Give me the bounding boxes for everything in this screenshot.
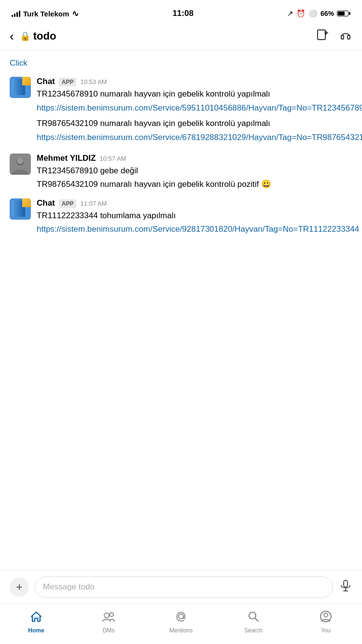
input-area: + Message todo: [0, 570, 362, 603]
header-right: [316, 28, 352, 44]
nav-label-you: You: [321, 627, 331, 634]
search-icon: [247, 610, 260, 625]
alarm-icon: ⏰: [296, 9, 306, 18]
timestamp-1: 10:53 AM: [80, 78, 107, 85]
headphones-button[interactable]: [339, 28, 352, 44]
battery-percent: 66%: [320, 10, 334, 17]
svg-point-20: [110, 613, 113, 616]
avatar-chat-app-1: [10, 77, 31, 98]
chat-content: Click Chat APP 10:53 AM: [0, 51, 362, 248]
dms-icon: [102, 610, 115, 625]
svg-line-23: [255, 618, 259, 621]
message-text-1b: TR98765432109 numaralı hayvan için gebel…: [37, 118, 362, 130]
svg-point-11: [17, 157, 24, 164]
timestamp-3: 11:07 AM: [80, 200, 107, 207]
nav-item-home[interactable]: Home: [0, 610, 72, 634]
svg-rect-16: [344, 580, 348, 587]
channel-name: todo: [33, 30, 56, 42]
message-body-1: Chat APP 10:53 AM TR12345678910 numaralı…: [37, 77, 362, 148]
message-row-2: Mehmet YILDIZ 10:57 AM TR12345678910 geb…: [0, 151, 362, 196]
nav-label-mentions: Mentions: [169, 627, 193, 634]
add-attachment-button[interactable]: +: [10, 577, 29, 597]
message-header-3: Chat APP 11:07 AM: [37, 198, 359, 208]
signal-bars: [12, 10, 20, 17]
svg-point-19: [104, 613, 109, 618]
channel-title: 🔒 todo: [20, 30, 56, 42]
timestamp-2: 10:57 AM: [99, 155, 126, 162]
message-text-1a: TR12345678910 numaralı hayvan için gebel…: [37, 88, 362, 100]
click-link[interactable]: Click: [10, 58, 28, 68]
svg-rect-7: [12, 79, 25, 95]
nav-label-search: Search: [244, 627, 263, 634]
nav-item-mentions[interactable]: Mentions: [145, 610, 217, 634]
message-row-3: Chat APP 11:07 AM TR11122233344 tohumlam…: [0, 196, 362, 242]
sender-name-2: Mehmet YILDIZ: [37, 154, 96, 163]
svg-rect-0: [318, 30, 325, 40]
header: ‹ 🔒 todo: [0, 24, 362, 51]
home-icon: [29, 610, 43, 625]
app-badge-3: APP: [59, 199, 77, 208]
svg-point-25: [324, 613, 328, 617]
headphones-status-icon: ⚪: [308, 9, 318, 18]
message-input[interactable]: Message todo: [35, 576, 333, 598]
message-link-1a[interactable]: https://sistem.benimsurum.com/Service/59…: [37, 102, 362, 114]
message-text-2a: TR12345678910 gebe değil: [37, 165, 352, 177]
battery-icon: [337, 11, 350, 16]
location-icon: ↗: [287, 9, 293, 18]
header-left: ‹ 🔒 todo: [10, 29, 56, 44]
add-channel-button[interactable]: [316, 28, 329, 44]
message-header-2: Mehmet YILDIZ 10:57 AM: [37, 154, 352, 163]
you-icon: [319, 610, 333, 625]
app-badge-1: APP: [59, 78, 77, 86]
mentions-icon: [174, 610, 188, 625]
nav-label-dms: DMs: [103, 627, 115, 634]
message-body-2: Mehmet YILDIZ 10:57 AM TR12345678910 geb…: [37, 154, 352, 193]
message-text-3a: TR11122233344 tohumlama yapılmalı: [37, 210, 359, 222]
lock-icon: 🔒: [20, 31, 30, 42]
message-body-3: Chat APP 11:07 AM TR11122233344 tohumlam…: [37, 198, 359, 239]
sender-name-3: Chat: [37, 198, 55, 208]
svg-rect-14: [12, 200, 25, 217]
bottom-nav: Home DMs Mentions Search: [0, 603, 362, 644]
message-placeholder: Message todo: [43, 582, 95, 592]
svg-marker-15: [25, 200, 31, 206]
status-bar: Turk Telekom ∿ 11:08 ↗ ⏰ ⚪ 66%: [0, 0, 362, 24]
status-right: ↗ ⏰ ⚪ 66%: [287, 9, 350, 18]
nav-label-home: Home: [28, 627, 44, 634]
status-left: Turk Telekom ∿: [12, 9, 79, 19]
top-link-area: Click: [0, 56, 362, 74]
message-header-1: Chat APP 10:53 AM: [37, 77, 362, 86]
message-row: Chat APP 10:53 AM TR12345678910 numaralı…: [0, 74, 362, 151]
message-link-1b[interactable]: https://sistem.benimsurum.com/Service/67…: [37, 132, 362, 144]
avatar-chat-app-2: [10, 198, 31, 220]
wifi-icon: ∿: [72, 9, 79, 19]
back-button[interactable]: ‹: [10, 29, 20, 44]
nav-item-search[interactable]: Search: [217, 610, 290, 634]
svg-marker-8: [25, 79, 31, 84]
mic-button[interactable]: [339, 579, 352, 595]
avatar-mehmet: [10, 154, 31, 175]
status-time: 11:08: [172, 9, 193, 18]
carrier-label: Turk Telekom: [23, 10, 69, 18]
svg-point-21: [179, 614, 183, 619]
message-text-2b: TR98765432109 numaralı hayvan için gebel…: [37, 179, 352, 191]
sender-name-1: Chat: [37, 77, 55, 86]
nav-item-dms[interactable]: DMs: [72, 610, 145, 634]
message-link-3a[interactable]: https://sistem.benimsurum.com/Service/92…: [37, 224, 359, 236]
nav-item-you[interactable]: You: [290, 610, 362, 634]
